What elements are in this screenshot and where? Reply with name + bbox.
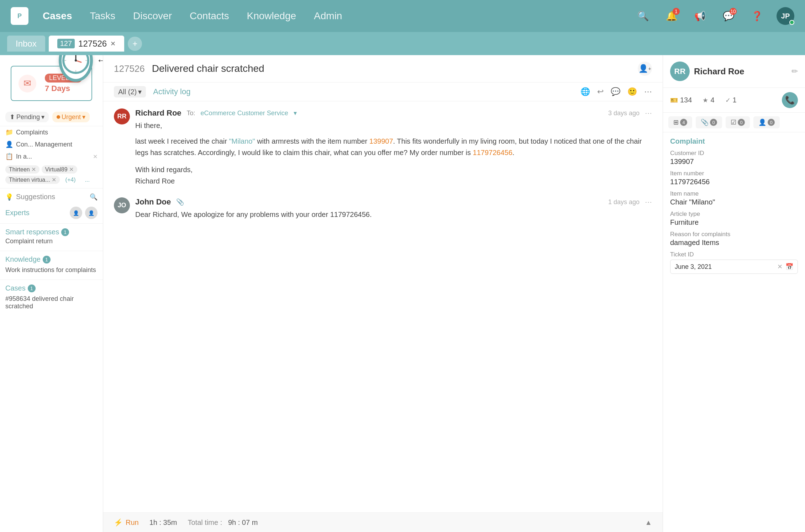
rp-tab-attachments[interactable]: 📎 0 <box>696 116 722 128</box>
nav-item-cases[interactable]: Cases <box>43 10 72 22</box>
rp-tab-contacts[interactable]: 👤 0 <box>753 116 780 128</box>
tag-thirteen-virtua-label: Thirteen virtua... <box>9 177 50 183</box>
field-reason-complaints: Reason for complaints damaged Items <box>663 229 805 249</box>
expert-avatar-1[interactable]: 👤 <box>70 207 82 219</box>
tab-close-icon[interactable]: ✕ <box>110 40 116 48</box>
tab-inbox-label: Inbox <box>16 39 37 49</box>
message-author-2: John Doe <box>135 197 171 207</box>
lightbulb-icon: 💡 <box>5 193 13 201</box>
message-body-2: Dear Richard, We apologize for any probl… <box>135 209 652 220</box>
customer-id-label: Customer ID <box>670 150 798 157</box>
assign-button[interactable]: 👤+ <box>638 62 652 76</box>
suggestions-search-icon[interactable]: 🔍 <box>90 193 98 201</box>
tag-thirteen-label: Thirteen <box>9 166 30 173</box>
tag-remove-icon[interactable]: ✕ <box>31 166 36 173</box>
activity-bar: All (2) ▾ Activity log 🌐 ↩ 💬 🙂 ⋯ <box>103 83 663 101</box>
expert-avatar-2[interactable]: 👤 <box>85 207 98 219</box>
ticket-clear-icon[interactable]: ✕ <box>777 263 783 271</box>
article-type-label: Article type <box>670 211 798 218</box>
message-service-1[interactable]: eCommerce Customer Service <box>201 110 288 117</box>
filter-chevron-icon: ▾ <box>138 87 142 96</box>
message-more-icon-2[interactable]: ⋯ <box>645 198 652 206</box>
main-layout: ✉ LEVEL - 3 7 Days <box>0 55 805 532</box>
comment-icon[interactable]: 💬 <box>611 87 620 96</box>
case-item-1[interactable]: #958634 delivered chair scratched <box>5 294 98 312</box>
smart-response-item-1[interactable]: Complaint return <box>5 236 98 246</box>
tab-case-label: 127526 <box>78 39 107 49</box>
nav-item-knowledge[interactable]: Knowledge <box>247 10 296 22</box>
tab-inbox[interactable]: Inbox <box>7 36 45 52</box>
sla-arrow-icon: ← <box>96 55 103 66</box>
folder-in-a[interactable]: 📋 In a... ✕ <box>0 150 103 163</box>
folder-complaints[interactable]: 📁 Complaints <box>0 126 103 138</box>
help-button[interactable]: ❓ <box>748 7 766 25</box>
notifications-button[interactable]: 🔔 1 <box>663 7 680 25</box>
sla-annotation: ← SLA Indicator <box>59 55 103 82</box>
article-type-value: Furniture <box>670 218 798 227</box>
nav-item-contacts[interactable]: Contacts <box>190 10 229 22</box>
search-button[interactable]: 🔍 <box>634 7 652 25</box>
total-label: Total time : <box>188 518 222 526</box>
ticket-calendar-icon[interactable]: 📅 <box>785 263 793 271</box>
chat-badge: 10 <box>730 8 737 15</box>
more-icon[interactable]: ⋯ <box>644 87 652 96</box>
tag-more[interactable]: (+4) <box>62 176 79 184</box>
tab-add-button[interactable]: + <box>128 37 142 51</box>
run-button[interactable]: ⚡ Run <box>114 518 139 527</box>
item-number-value: 1179726456 <box>670 178 798 186</box>
clipboard-icon: 📋 <box>5 153 13 160</box>
message-header-1: Richard Roe To: eCommerce Customer Servi… <box>135 108 652 118</box>
timer-expand-icon[interactable]: ▲ <box>645 518 652 527</box>
grid-tab-badge: 4 <box>680 119 687 126</box>
sla-clock-icon <box>59 55 93 82</box>
message-avatar-jo: JO <box>114 197 130 213</box>
checkbox-icon: ☑ <box>731 118 736 126</box>
complaint-section-title: Complaint <box>663 132 805 148</box>
service-dropdown-icon[interactable]: ▾ <box>294 109 297 117</box>
rp-tab-grid[interactable]: ⊞ 4 <box>668 116 692 128</box>
message-header-2: John Doe 📎 1 days ago ⋯ <box>135 197 652 207</box>
edit-icon[interactable]: ✏ <box>791 67 798 76</box>
message-more-icon-1[interactable]: ⋯ <box>645 109 652 117</box>
nav-item-discover[interactable]: Discover <box>133 10 172 22</box>
timer-total: Total time : 9h : 07 m <box>188 518 258 527</box>
filter-pending[interactable]: ⬆ Pending ▾ <box>5 112 49 122</box>
field-item-number: Item number 1179726456 <box>663 168 805 188</box>
smile-icon[interactable]: 🙂 <box>627 87 637 96</box>
folder-contact-management[interactable]: 👤 Con... Management <box>0 138 103 150</box>
stat-tickets: 🎫 134 <box>670 92 692 108</box>
tab-case-127526[interactable]: 127 127526 ✕ <box>49 36 124 52</box>
activity-filter[interactable]: All (2) ▾ <box>114 86 146 97</box>
announcements-button[interactable]: 📢 <box>691 7 709 25</box>
translate-icon[interactable]: 🌐 <box>580 87 590 96</box>
ticket-id-input[interactable]: June 3, 2021 ✕ 📅 <box>670 260 798 274</box>
item-number-highlight: 139907 <box>369 137 393 145</box>
rp-tab-tasks[interactable]: ☑ 0 <box>726 116 750 128</box>
case-badge: 127 <box>57 39 75 48</box>
filter-urgent[interactable]: Urgent ▾ <box>52 112 90 122</box>
nav-item-tasks[interactable]: Tasks <box>90 10 116 22</box>
filter-pending-chevron: ▾ <box>41 113 44 121</box>
call-button[interactable]: 📞 <box>782 92 798 108</box>
chat-button[interactable]: 💬 10 <box>720 7 737 25</box>
tag-virtual89: Virtual89 ✕ <box>42 165 77 174</box>
messages-area: RR Richard Roe To: eCommerce Customer Se… <box>103 101 663 512</box>
smart-responses-text: Smart responses <box>5 228 59 236</box>
online-indicator <box>789 20 794 25</box>
reply-icon[interactable]: ↩ <box>597 87 604 96</box>
contact-icon: 👤 <box>5 140 13 148</box>
experts-row: Experts 👤 👤 <box>0 204 103 222</box>
divider-3 <box>0 251 103 251</box>
nav-item-admin[interactable]: Admin <box>314 10 342 22</box>
message-content-2: John Doe 📎 1 days ago ⋯ Dear Richard, We… <box>135 197 652 220</box>
tag-remove-icon-3[interactable]: ✕ <box>52 176 56 183</box>
knowledge-item-1[interactable]: Work instructions for complaints <box>5 265 98 275</box>
user-avatar[interactable]: JP <box>777 7 794 25</box>
folder-close-icon[interactable]: ✕ <box>93 153 98 160</box>
tag-ellipsis[interactable]: ... <box>81 176 93 184</box>
cases-label: Cases 1 <box>5 284 98 292</box>
message-body-1: Hi there, last week I received the chair… <box>135 120 652 187</box>
stat-star: ★ 4 <box>703 92 714 108</box>
knowledge-section: Knowledge 1 Work instructions for compla… <box>0 252 103 278</box>
tag-remove-icon-2[interactable]: ✕ <box>69 166 74 173</box>
